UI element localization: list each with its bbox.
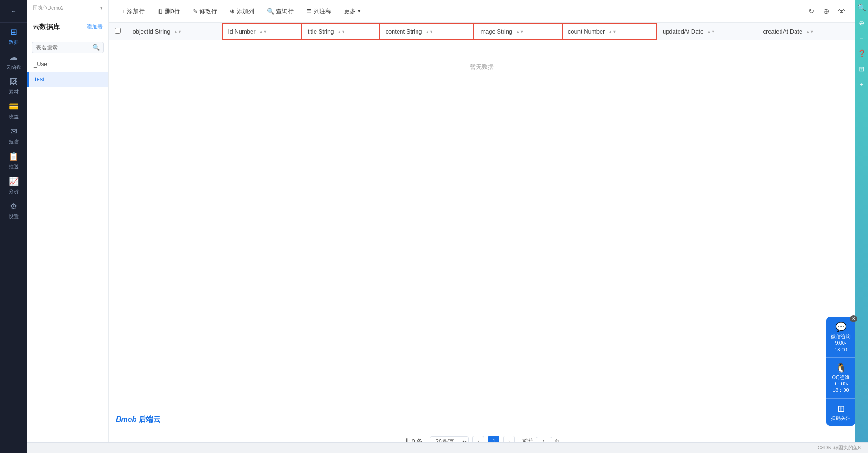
- empty-tip: 暂无数据: [109, 40, 855, 94]
- far-right-qr-icon[interactable]: ⊞: [859, 65, 865, 73]
- col-count: count Number ▲▼: [562, 23, 657, 40]
- sidebar-item-data-label: 数据: [9, 39, 19, 46]
- far-right-add-icon[interactable]: ⊕: [859, 19, 865, 27]
- edit-row-label: 修改行: [199, 7, 217, 15]
- delete-icon: 🗑: [157, 8, 163, 15]
- sort-icon-content[interactable]: ▲▼: [425, 30, 433, 34]
- support-close-button[interactable]: ✕: [850, 315, 857, 322]
- add-col-icon: ⊕: [230, 8, 235, 15]
- db-panel-title: 云数据库: [33, 23, 60, 31]
- sort-icon-updatedat[interactable]: ▲▼: [707, 30, 715, 34]
- wechat-label: 微信咨询9:00-18:00: [829, 333, 853, 353]
- table-search-box[interactable]: 🔍: [32, 42, 104, 53]
- more-label: 更多: [344, 7, 356, 15]
- sidebar-item-analytics[interactable]: 📈 分析: [0, 172, 27, 197]
- app-selector[interactable]: 固执鱼Demo2 ▾: [27, 0, 108, 16]
- sort-icon-count[interactable]: ▲▼: [608, 30, 616, 34]
- table-container: objectId String ▲▼ id Number ▲▼ title St…: [109, 23, 855, 409]
- toolbar: + 添加行 🗑 删0行 ✎ 修改行 ⊕ 添加列 🔍 查询行 ☰ 列注释 更多 ▾…: [109, 0, 855, 23]
- sidebar-item-income[interactable]: 💳 收益: [0, 97, 27, 122]
- refresh-button[interactable]: ↻: [805, 5, 817, 17]
- db-panel-header: 云数据库 添加表: [27, 16, 108, 38]
- far-right-search-icon[interactable]: 🔍: [858, 4, 866, 12]
- sidebar-item-settings[interactable]: ⚙ 设置: [0, 197, 27, 222]
- add-col-button[interactable]: ⊕ 添加列: [224, 5, 260, 18]
- sort-icon-createdat[interactable]: ▲▼: [806, 30, 814, 34]
- sidebar-item-material[interactable]: 🖼 素材: [0, 73, 27, 97]
- add-row-label: 添加行: [127, 7, 145, 15]
- more-button[interactable]: 更多 ▾: [339, 5, 366, 18]
- add-col-label: 添加列: [237, 7, 254, 15]
- wechat-support-item[interactable]: ✕ 💬 微信咨询9:00-18:00: [826, 317, 855, 357]
- col-image: image String ▲▼: [473, 23, 562, 40]
- wechat-icon: 💬: [829, 321, 853, 332]
- app-dropdown-icon: ▾: [100, 5, 103, 11]
- cloud-icon: ☁: [10, 52, 18, 62]
- col-comment-button[interactable]: ☰ 列注释: [301, 5, 337, 18]
- table-search-input[interactable]: [36, 44, 92, 51]
- qq-label: QQ咨询9：00-18：00: [829, 374, 853, 394]
- db-panel: 固执鱼Demo2 ▾ 云数据库 添加表 🔍 _User test: [27, 0, 109, 453]
- support-widget: ✕ 💬 微信咨询9:00-18:00 🐧 QQ咨询9：00-18：00 ⊞ 扫码…: [826, 317, 855, 426]
- toolbar-right: ↻ ⊕ 👁: [805, 5, 848, 17]
- search-icon: 🔍: [92, 44, 100, 51]
- far-right-min-icon[interactable]: −: [860, 34, 864, 42]
- branding-suffix: 后端云: [136, 415, 160, 423]
- edit-row-button[interactable]: ✎ 修改行: [187, 5, 223, 18]
- data-icon: ⊞: [10, 27, 17, 37]
- col-updatedat: updatedAt Date ▲▼: [657, 23, 757, 40]
- sidebar-item-push-label: 推送: [9, 163, 19, 170]
- income-icon: 💳: [9, 102, 19, 112]
- view-button[interactable]: 👁: [835, 5, 848, 17]
- qq-icon: 🐧: [829, 362, 853, 373]
- query-row-label: 查询行: [276, 7, 294, 15]
- col-content: content String ▲▼: [379, 23, 473, 40]
- col-objectid: objectId String ▲▼: [127, 23, 223, 40]
- query-row-button[interactable]: 🔍 查询行: [262, 5, 299, 18]
- sidebar-item-analytics-label: 分析: [9, 188, 19, 195]
- more-icon: ▾: [358, 8, 361, 15]
- table-list-item-user[interactable]: _User: [27, 57, 108, 72]
- data-table: objectId String ▲▼ id Number ▲▼ title St…: [109, 23, 855, 94]
- far-right-help-icon[interactable]: ❓: [858, 49, 866, 58]
- branding: Bmob 后端云: [109, 409, 855, 430]
- zoom-button[interactable]: ⊕: [820, 5, 832, 17]
- col-createdat: createdAt Date ▲▼: [757, 23, 855, 40]
- sidebar-item-sms-label: 短信: [9, 138, 19, 145]
- sidebar-item-cloud-func[interactable]: ☁ 云函数: [0, 48, 27, 73]
- sidebar-item-push[interactable]: 📋 推送: [0, 147, 27, 172]
- col-checkbox: [109, 23, 127, 40]
- footer-bar: CSDN @固执的鱼6: [27, 442, 868, 453]
- sms-icon: ✉: [10, 127, 17, 136]
- table-list-item-test[interactable]: test: [27, 72, 108, 87]
- qrcode-support-item[interactable]: ⊞ 扫码关注: [826, 398, 855, 426]
- sort-icon-objectid[interactable]: ▲▼: [174, 30, 182, 34]
- push-icon: 📋: [9, 151, 19, 161]
- sort-icon-image[interactable]: ▲▼: [516, 30, 524, 34]
- qq-support-item[interactable]: 🐧 QQ咨询9：00-18：00: [826, 357, 855, 398]
- bmob-logo: Bmob: [116, 415, 136, 423]
- sidebar-item-income-label: 收益: [9, 113, 19, 120]
- sort-icon-title[interactable]: ▲▼: [337, 30, 345, 34]
- sidebar-item-sms[interactable]: ✉ 短信: [0, 122, 27, 147]
- app-name: 固执鱼Demo2: [33, 5, 63, 11]
- back-button[interactable]: ←: [0, 0, 27, 23]
- delete-row-button[interactable]: 🗑 删0行: [152, 5, 185, 18]
- analytics-icon: 📈: [9, 176, 19, 186]
- settings-icon: ⚙: [10, 201, 17, 211]
- delete-row-label: 删0行: [165, 7, 180, 15]
- far-right-strip: 🔍 ⊕ − ❓ ⊞ +: [855, 0, 868, 453]
- edit-icon: ✎: [193, 8, 198, 15]
- back-icon: ←: [11, 8, 17, 15]
- query-icon: 🔍: [267, 8, 274, 15]
- add-row-button[interactable]: + 添加行: [116, 5, 150, 18]
- add-row-icon: +: [121, 8, 125, 15]
- sidebar-item-material-label: 素材: [9, 88, 19, 95]
- sidebar-item-data[interactable]: ⊞ 数据: [0, 23, 27, 48]
- select-all-checkbox[interactable]: [115, 28, 121, 34]
- far-right-plus-icon[interactable]: +: [860, 80, 864, 88]
- sidebar-item-cloud-func-label: 云函数: [6, 64, 21, 71]
- material-icon: 🖼: [10, 77, 18, 87]
- sort-icon-id[interactable]: ▲▼: [259, 30, 267, 34]
- add-table-button[interactable]: 添加表: [87, 23, 103, 31]
